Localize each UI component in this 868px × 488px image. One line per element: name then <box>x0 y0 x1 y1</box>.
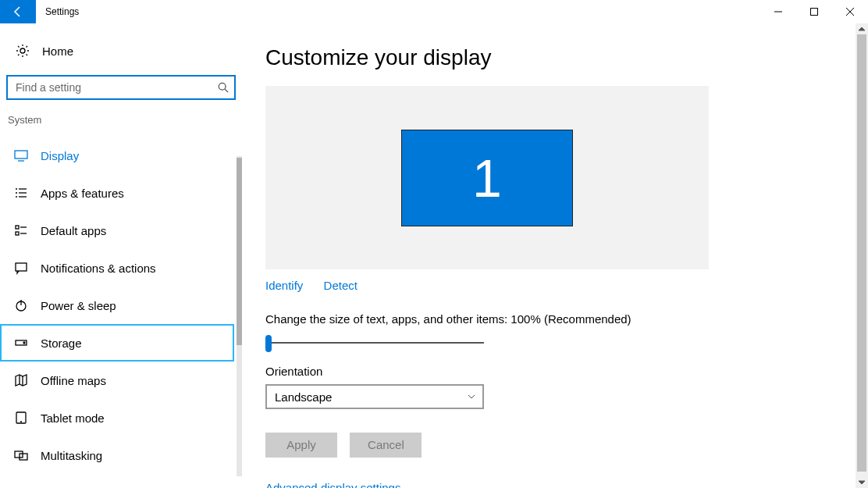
cancel-button[interactable]: Cancel <box>350 433 422 458</box>
nav-label: Storage <box>41 337 82 350</box>
storage-icon <box>12 336 30 350</box>
scroll-down-icon[interactable] <box>856 477 868 488</box>
search-input[interactable] <box>6 75 236 100</box>
page-title: Customize your display <box>265 45 820 70</box>
svg-rect-28 <box>15 451 23 458</box>
orientation-value: Landscape <box>275 390 467 404</box>
list-icon <box>12 186 30 200</box>
orientation-dropdown[interactable]: Landscape <box>265 384 484 409</box>
display-preview[interactable]: 1 <box>265 86 709 269</box>
nav-label: Tablet mode <box>41 411 105 425</box>
defaults-icon <box>12 223 30 237</box>
search-icon <box>212 82 234 93</box>
nav-label: Multitasking <box>41 449 102 462</box>
detect-link[interactable]: Detect <box>324 279 358 292</box>
svg-rect-15 <box>16 226 19 229</box>
svg-rect-29 <box>20 454 27 460</box>
svg-rect-17 <box>16 232 19 235</box>
monitor-tile-1[interactable]: 1 <box>401 130 573 226</box>
display-icon <box>12 148 30 162</box>
svg-point-23 <box>23 342 25 344</box>
orientation-label: Orientation <box>265 365 820 378</box>
scale-slider[interactable] <box>265 335 484 351</box>
message-icon <box>12 261 30 275</box>
home-button[interactable]: Home <box>0 37 242 64</box>
nav-item-tablet-mode[interactable]: Tablet mode <box>0 399 234 436</box>
close-button[interactable] <box>832 0 868 23</box>
back-button[interactable] <box>0 0 36 23</box>
power-icon <box>12 298 30 312</box>
svg-rect-7 <box>15 151 27 159</box>
gear-icon <box>14 44 31 58</box>
svg-point-5 <box>219 83 226 90</box>
nav-label: Display <box>41 149 79 162</box>
scroll-up-icon[interactable] <box>856 23 868 34</box>
nav-item-notifications[interactable]: Notifications & actions <box>0 249 234 287</box>
monitor-number: 1 <box>472 148 502 208</box>
identify-link[interactable]: Identify <box>265 279 303 292</box>
window-title: Settings <box>36 6 79 17</box>
search-field[interactable] <box>8 81 212 94</box>
nav-label: Offline maps <box>41 374 106 387</box>
svg-line-6 <box>225 89 228 92</box>
nav-label: Apps & features <box>41 187 124 200</box>
nav-item-power[interactable]: Power & sleep <box>0 287 234 324</box>
apply-button[interactable]: Apply <box>265 433 337 458</box>
maximize-button[interactable] <box>796 0 832 23</box>
nav-item-display[interactable]: Display <box>0 137 234 174</box>
nav-item-default-apps[interactable]: Default apps <box>0 212 234 249</box>
category-heading: System <box>8 114 242 126</box>
nav-item-offline-maps[interactable]: Offline maps <box>0 362 234 399</box>
sidebar: Home System Display Apps & <box>0 23 242 488</box>
content-scroll-thumb[interactable] <box>857 34 866 472</box>
sidebar-scrollbar[interactable] <box>237 156 242 476</box>
nav-list: Display Apps & features Default apps Not… <box>0 137 234 474</box>
svg-rect-19 <box>16 263 27 271</box>
nav-label: Power & sleep <box>41 299 116 312</box>
svg-rect-1 <box>811 9 818 16</box>
advanced-display-link[interactable]: Advanced display settings <box>265 481 820 488</box>
multitask-icon <box>12 448 30 462</box>
titlebar-drag-region <box>79 0 760 23</box>
search-wrap <box>6 75 236 100</box>
slider-thumb[interactable] <box>265 335 272 352</box>
svg-point-4 <box>20 48 25 53</box>
content-scrollbar[interactable] <box>856 23 868 488</box>
nav-label: Default apps <box>41 224 106 237</box>
home-label: Home <box>42 45 73 58</box>
sidebar-scroll-thumb[interactable] <box>237 158 242 345</box>
scale-label: Change the size of text, apps, and other… <box>265 312 820 326</box>
nav-item-multitasking[interactable]: Multitasking <box>0 436 234 474</box>
minimize-button[interactable] <box>760 0 796 23</box>
chevron-down-icon <box>467 390 476 404</box>
nav-item-apps[interactable]: Apps & features <box>0 174 234 212</box>
main-content: Customize your display 1 Identify Detect… <box>242 23 820 488</box>
map-icon <box>12 373 30 387</box>
tablet-icon <box>12 411 30 425</box>
nav-label: Notifications & actions <box>41 262 156 275</box>
slider-track <box>265 342 484 344</box>
nav-item-storage[interactable]: Storage <box>0 324 234 362</box>
